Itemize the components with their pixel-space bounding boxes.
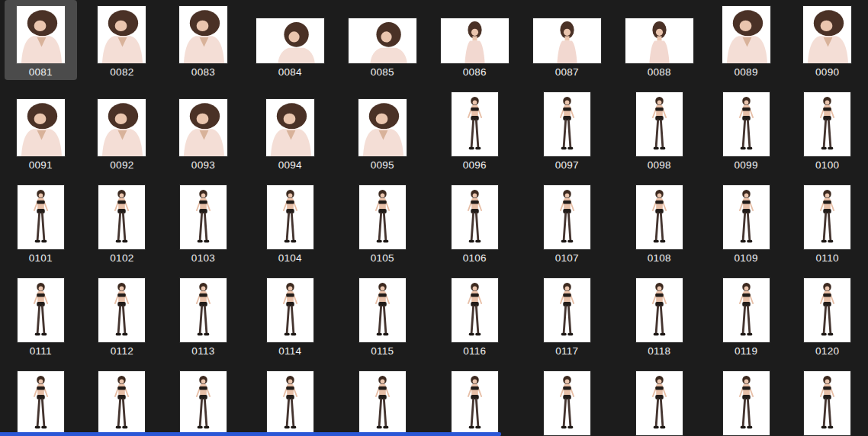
photo-thumbnail[interactable] xyxy=(179,6,227,63)
thumbnail-tile[interactable]: 0091 xyxy=(5,93,77,173)
photo-thumbnail[interactable] xyxy=(266,99,314,156)
photo-thumbnail[interactable] xyxy=(722,6,770,63)
photo-thumbnail[interactable] xyxy=(544,278,590,342)
photo-thumbnail[interactable] xyxy=(349,18,416,63)
photo-thumbnail[interactable] xyxy=(723,278,770,342)
thumbnail-tile[interactable]: 0090 xyxy=(791,0,863,80)
photo-thumbnail[interactable] xyxy=(18,371,64,435)
photo-thumbnail[interactable] xyxy=(723,92,770,156)
thumbnail-tile[interactable]: 0125 xyxy=(347,365,418,436)
thumbnail-tile[interactable]: 0128 xyxy=(624,365,695,436)
thumbnail-tile[interactable]: 0118 xyxy=(624,272,695,359)
thumbnail-tile[interactable]: 0081 xyxy=(5,0,77,80)
horizontal-scrollbar-thumb[interactable] xyxy=(0,432,501,436)
photo-thumbnail[interactable] xyxy=(452,371,498,435)
thumbnail-tile[interactable]: 0086 xyxy=(429,12,521,80)
photo-thumbnail[interactable] xyxy=(18,278,64,342)
thumbnail-tile[interactable]: 0115 xyxy=(347,272,418,359)
thumbnail-tile[interactable]: 0103 xyxy=(168,179,239,266)
photo-thumbnail[interactable] xyxy=(804,185,850,249)
photo-thumbnail[interactable] xyxy=(267,371,313,435)
thumbnail-tile[interactable]: 0104 xyxy=(255,179,326,266)
thumbnail-tile[interactable]: 0083 xyxy=(167,0,240,80)
thumbnail-tile[interactable]: 0093 xyxy=(167,93,240,173)
thumbnail-tile[interactable]: 0084 xyxy=(244,12,336,80)
thumbnail-tile[interactable]: 0095 xyxy=(346,93,419,173)
thumbnail-tile[interactable]: 0110 xyxy=(792,179,863,266)
thumbnail-tile[interactable]: 0119 xyxy=(711,272,782,359)
thumbnail-tile[interactable]: 0113 xyxy=(168,272,239,359)
photo-thumbnail[interactable] xyxy=(179,99,227,156)
thumbnail-tile[interactable]: 0105 xyxy=(347,179,418,266)
thumbnail-tile[interactable]: 0121 xyxy=(5,365,76,436)
photo-thumbnail[interactable] xyxy=(180,278,227,342)
photo-thumbnail[interactable] xyxy=(359,371,406,435)
thumbnail-tile[interactable]: 0089 xyxy=(710,0,783,80)
thumbnail-tile[interactable]: 0112 xyxy=(86,272,157,359)
thumbnail-tile[interactable]: 0082 xyxy=(85,0,158,80)
thumbnail-tile[interactable]: 0108 xyxy=(624,179,695,266)
photo-thumbnail[interactable] xyxy=(544,185,590,249)
thumbnail-tile[interactable]: 0092 xyxy=(85,93,158,173)
thumbnail-tile[interactable]: 0127 xyxy=(532,365,603,436)
photo-thumbnail[interactable] xyxy=(359,278,406,342)
thumbnail-tile[interactable]: 0096 xyxy=(439,86,510,173)
photo-thumbnail[interactable] xyxy=(452,92,498,156)
photo-thumbnail[interactable] xyxy=(441,18,509,63)
photo-thumbnail[interactable] xyxy=(533,18,601,63)
thumbnail-tile[interactable]: 0114 xyxy=(255,272,326,359)
photo-thumbnail[interactable] xyxy=(544,371,590,435)
photo-thumbnail[interactable] xyxy=(98,278,145,342)
photo-thumbnail[interactable] xyxy=(723,371,770,435)
photo-thumbnail[interactable] xyxy=(17,6,65,63)
photo-thumbnail[interactable] xyxy=(98,371,145,435)
thumbnail-tile[interactable]: 0109 xyxy=(711,179,782,266)
photo-thumbnail[interactable] xyxy=(17,99,65,156)
thumbnail-tile[interactable]: 0130 xyxy=(792,365,863,436)
photo-thumbnail[interactable] xyxy=(804,278,850,342)
thumbnail-tile[interactable]: 0101 xyxy=(5,179,76,266)
photo-thumbnail[interactable] xyxy=(723,185,770,249)
thumbnail-tile[interactable]: 0100 xyxy=(792,86,863,173)
thumbnail-tile[interactable]: 0123 xyxy=(168,365,239,436)
photo-thumbnail[interactable] xyxy=(804,371,850,435)
photo-thumbnail[interactable] xyxy=(544,92,590,156)
photo-thumbnail[interactable] xyxy=(18,185,64,249)
photo-thumbnail[interactable] xyxy=(267,185,313,249)
photo-thumbnail[interactable] xyxy=(98,99,146,156)
thumbnail-tile[interactable]: 0106 xyxy=(439,179,510,266)
thumbnail-tile[interactable]: 0120 xyxy=(792,272,863,359)
thumbnail-tile[interactable]: 0094 xyxy=(254,93,326,173)
photo-thumbnail[interactable] xyxy=(636,92,683,156)
photo-thumbnail[interactable] xyxy=(98,6,146,63)
photo-thumbnail[interactable] xyxy=(636,278,683,342)
thumbnail-tile[interactable]: 0117 xyxy=(532,272,603,359)
photo-thumbnail[interactable] xyxy=(803,6,851,63)
thumbnail-tile[interactable]: 0111 xyxy=(5,272,76,359)
photo-thumbnail[interactable] xyxy=(180,371,227,435)
photo-thumbnail[interactable] xyxy=(804,92,850,156)
photo-thumbnail[interactable] xyxy=(256,18,324,63)
thumbnail-tile[interactable]: 0087 xyxy=(521,12,613,80)
photo-thumbnail[interactable] xyxy=(359,185,406,249)
thumbnail-tile[interactable]: 0085 xyxy=(336,12,429,80)
photo-thumbnail[interactable] xyxy=(452,278,498,342)
photo-thumbnail[interactable] xyxy=(452,185,498,249)
photo-thumbnail[interactable] xyxy=(267,278,313,342)
thumbnail-tile[interactable]: 0098 xyxy=(624,86,695,173)
thumbnail-tile[interactable]: 0097 xyxy=(532,86,603,173)
photo-thumbnail[interactable] xyxy=(98,185,145,249)
thumbnail-tile[interactable]: 0124 xyxy=(255,365,326,436)
photo-thumbnail[interactable] xyxy=(180,185,227,249)
photo-thumbnail[interactable] xyxy=(636,185,683,249)
thumbnail-tile[interactable]: 0088 xyxy=(613,12,706,80)
photo-thumbnail[interactable] xyxy=(358,99,407,156)
thumbnail-tile[interactable]: 0107 xyxy=(532,179,603,266)
photo-thumbnail[interactable] xyxy=(636,371,683,435)
thumbnail-tile[interactable]: 0126 xyxy=(439,365,510,436)
photo-thumbnail[interactable] xyxy=(625,18,693,63)
thumbnail-tile[interactable]: 0099 xyxy=(711,86,782,173)
thumbnail-tile[interactable]: 0102 xyxy=(86,179,157,266)
thumbnail-tile[interactable]: 0122 xyxy=(86,365,157,436)
thumbnail-tile[interactable]: 0129 xyxy=(711,365,782,436)
